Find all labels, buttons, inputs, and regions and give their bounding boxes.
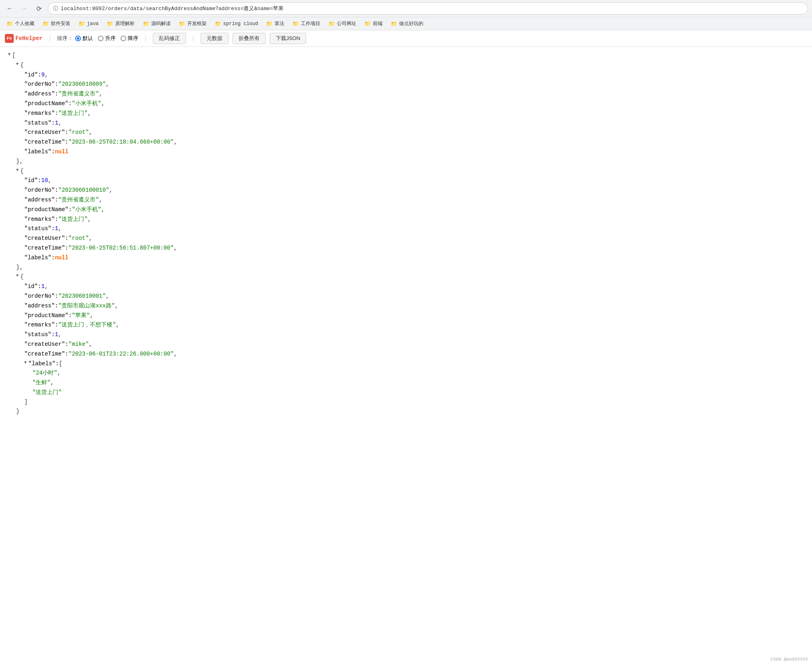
radio-dot-desc [121,36,126,41]
record1-close: }, [8,157,804,167]
separator-2: | [144,36,147,42]
record2-labels: "labels": null [8,253,804,263]
sort-desc-radio[interactable]: 降序 [121,35,138,42]
record1-address: "address": "贵州省遵义市", [8,89,804,99]
back-button[interactable]: ← [4,3,15,14]
record1-open: ▼ { [8,61,804,70]
record2-productName: "productName": "小米手机", [8,205,804,215]
folder-icon: 📁 [364,21,371,27]
fehelper-toolbar: Fe FeHelper | 排序： 默认 升序 降序 | 乱码修正 | 元数据 … [0,30,812,47]
toggle-record1[interactable]: ▼ [16,61,19,68]
separator-3: | [192,36,195,42]
bookmark-label: 工作项目 [301,20,320,27]
bookmark-label: 公司网址 [337,20,356,27]
refresh-button[interactable]: ⟳ [33,3,44,14]
browser-toolbar: ← → ⟳ ⓘ localhost:8092/orders/data/searc… [0,0,812,17]
radio-dot-asc [98,36,104,41]
toggle-array[interactable]: ▼ [8,51,11,58]
label-item-1: "生鲜", [8,378,804,388]
bookmark-source[interactable]: 📁 源码解读 [140,19,174,28]
bookmark-spring-cloud[interactable]: 📁 spring cloud [211,19,261,28]
folder-icon: 📁 [391,21,397,27]
record3-id: "id": 1, [8,282,804,292]
record3-address: "address": "贵阳市观山湖xxx路", [8,301,804,311]
bookmark-software[interactable]: 📁 软件安装 [39,19,74,28]
bookmark-label: 源码解读 [151,20,171,27]
bookmark-algorithm[interactable]: 📁 算法 [263,19,288,28]
record2-orderNo: "orderNo": "2023060100010", [8,186,804,195]
record2-createTime: "createTime": "2023-06-25T02:56:51.807+0… [8,244,804,253]
record2-address: "address": "贵州省遵义市", [8,195,804,205]
record3-labels-close: ] [8,398,804,407]
label-item-0: "24小时", [8,369,804,378]
folder-icon: 📁 [143,21,149,27]
bookmark-label: 开发框架 [187,20,207,27]
record1-createTime: "createTime": "2023-06-25T02:18:04.668+0… [8,138,804,147]
bookmark-label: 软件安装 [51,20,70,27]
fehelper-logo-icon: Fe [5,34,14,43]
folder-icon: 📁 [78,21,85,27]
record2-remarks: "remarks": "送货上门", [8,215,804,224]
separator-1: | [48,36,51,42]
record3-open: ▼ { [8,272,804,282]
bookmark-label: 做点好玩的 [399,20,423,27]
sort-group: 排序： 默认 升序 降序 [57,35,138,42]
record3-labels-open: ▼ "labels": [ [8,359,804,369]
folder-icon: 📁 [292,21,299,27]
fix-encoding-button[interactable]: 乱码修正 [153,33,186,44]
bookmark-framework[interactable]: 📁 开发框架 [176,19,210,28]
bookmark-fun[interactable]: 📁 做点好玩的 [387,19,427,28]
record1-createUser: "createUser": "root", [8,128,804,138]
sort-asc-radio[interactable]: 升序 [98,35,116,42]
record1-orderNo: "orderNo": "202306010009", [8,80,804,89]
fehelper-logo: Fe FeHelper [5,34,42,43]
address-bar[interactable]: ⓘ localhost:8092/orders/data/searchByAdd… [48,2,808,15]
bookmarks-bar: 📁 个人收藏 📁 软件安装 📁 java 📁 原理解析 📁 源码解读 📁 开发框… [0,17,812,30]
record3-productName: "productName": "苹果", [8,311,804,321]
sort-default-radio[interactable]: 默认 [75,35,93,42]
download-json-button[interactable]: 下载JSON [270,33,307,44]
folder-icon: 📁 [328,21,335,27]
folder-icon: 📁 [6,21,13,27]
bookmark-label: 原理解析 [115,20,135,27]
bookmark-label: spring cloud [223,21,258,27]
bookmark-label: 个人收藏 [15,20,34,27]
record1-status: "status": 1, [8,119,804,128]
record3-remarks: "remarks": "送货上门，不想下楼", [8,320,804,330]
radio-dot-default [75,36,81,41]
bookmark-personal[interactable]: 📁 个人收藏 [3,19,38,28]
folder-icon: 📁 [107,21,113,27]
bookmark-frontend[interactable]: 📁 前端 [361,19,386,28]
folder-icon: 📁 [266,21,273,27]
sort-label: 排序： [57,35,73,42]
bookmark-work[interactable]: 📁 工作项目 [289,19,324,28]
lock-icon: ⓘ [53,5,58,12]
bookmark-java[interactable]: 📁 java [75,19,102,28]
folder-icon: 📁 [215,21,221,27]
toggle-record3[interactable]: ▼ [16,272,19,279]
bookmark-company[interactable]: 📁 公司网址 [325,19,359,28]
record3-close: } [8,407,804,417]
record3-createTime: "createTime": "2023-06-01T23:22:26.000+0… [8,349,804,359]
forward-button[interactable]: → [19,3,30,14]
toggle-labels[interactable]: ▼ [24,359,27,366]
record2-id: "id": 10, [8,176,804,186]
record3-orderNo: "orderNo": "202306010001", [8,292,804,301]
toggle-record2[interactable]: ▼ [16,167,19,174]
folder-icon: 📁 [42,21,49,27]
record2-close: }, [8,263,804,273]
sort-desc-label: 降序 [128,35,138,42]
record3-status: "status": 1, [8,330,804,340]
json-array-open: ▼ [ [8,51,804,61]
radio-group: 默认 升序 降序 [75,35,138,42]
url-text: localhost:8092/orders/data/searchByAddre… [61,5,283,12]
json-content: ▼ [ ▼ { "id": 9, "orderNo": "20230601000… [0,47,812,421]
folder-icon: 📁 [179,21,185,27]
record1-remarks: "remarks": "送货上门", [8,109,804,119]
fehelper-abbr: Fe [6,36,12,41]
collapse-all-button[interactable]: 折叠所有 [233,33,266,44]
record2-createUser: "createUser": "root", [8,234,804,244]
bookmark-principle[interactable]: 📁 原理解析 [104,19,138,28]
bookmark-label: 算法 [275,20,284,27]
metadata-button[interactable]: 元数据 [201,33,228,44]
